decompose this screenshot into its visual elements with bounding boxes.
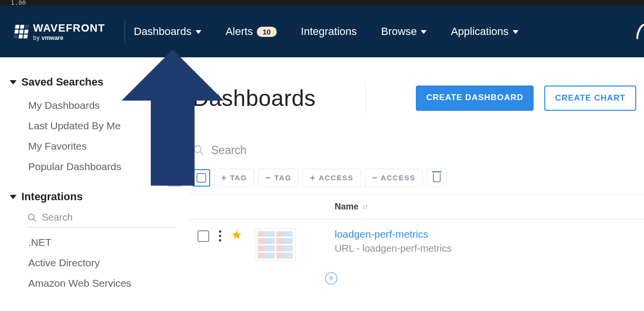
nav-applications-label: Applications: [451, 25, 509, 38]
row-actions-menu-icon[interactable]: [219, 230, 221, 242]
top-nav: WAVEFRONT by vmware Dashboards Alerts 10…: [0, 6, 644, 57]
sidebar-integrations-search[interactable]: Search: [27, 210, 176, 227]
sort-icon: ↓↑: [362, 203, 367, 210]
sidebar-saved-searches-header[interactable]: Saved Searches: [10, 76, 176, 88]
remove-access-button[interactable]: −ACCESS: [365, 169, 423, 187]
nav-alerts[interactable]: Alerts 10: [226, 25, 277, 38]
row-name-cell: loadgen-perf-metrics URL - loadgen-perf-…: [335, 228, 451, 254]
sidebar-item-my-favorites[interactable]: My Favorites: [28, 136, 176, 156]
sidebar-item-dotnet[interactable]: .NET: [28, 232, 176, 253]
sidebar-integrations-title: Integrations: [21, 190, 83, 203]
sidebar-item-last-updated-by-me[interactable]: Last Updated By Me: [28, 116, 176, 136]
dashboards-search-placeholder: Search: [211, 144, 247, 157]
row-checkbox[interactable]: [197, 230, 209, 242]
dashboards-search[interactable]: Search: [189, 140, 644, 169]
chevron-down-icon: [10, 80, 17, 85]
delete-button[interactable]: [427, 169, 447, 187]
add-item-button[interactable]: +: [325, 272, 338, 285]
brand-sub-bold: vmware: [42, 35, 64, 41]
remove-access-label: ACCESS: [381, 173, 416, 182]
dashboards-table: Name ↓↑ ★ loadgen-perf-metrics URL - loa…: [189, 194, 644, 285]
plus-icon: +: [310, 173, 316, 182]
minus-icon: −: [266, 173, 271, 182]
sidebar-integrations-list: .NET Active Directory Amazon Web Service…: [10, 232, 176, 294]
nav-browse[interactable]: Browse: [381, 25, 427, 38]
nav-applications[interactable]: Applications: [451, 25, 519, 38]
page-head-divider: [366, 83, 366, 114]
add-access-button[interactable]: +ACCESS: [303, 169, 361, 187]
brand-sub: by vmware: [33, 35, 105, 41]
browser-chrome-strip: 1.00: [0, 0, 644, 6]
nav-alerts-label: Alerts: [226, 25, 253, 38]
brand-main: WAVEFRONT: [33, 23, 105, 34]
search-icon: [27, 213, 37, 223]
content: Dashboards CREATE DASHBOARD CREATE CHART…: [189, 57, 644, 311]
add-tag-button[interactable]: +TAG: [214, 169, 254, 187]
sidebar-item-active-directory[interactable]: Active Directory: [28, 253, 176, 273]
chrome-time: 1.00: [11, 0, 26, 6]
nav-dashboards-label: Dashboards: [134, 25, 192, 38]
column-header-name-label: Name: [335, 202, 358, 212]
svg-line-3: [200, 152, 203, 155]
page-head: Dashboards CREATE DASHBOARD CREATE CHART: [189, 70, 644, 140]
column-header-name[interactable]: Name ↓↑: [335, 202, 367, 212]
table-row: ★ loadgen-perf-metrics URL - loadgen-per…: [189, 220, 644, 265]
create-dashboard-button[interactable]: CREATE DASHBOARD: [416, 86, 534, 111]
add-tag-label: TAG: [230, 173, 247, 182]
nav-integrations-label: Integrations: [301, 25, 357, 38]
page-actions: CREATE DASHBOARD CREATE CHART: [416, 86, 636, 111]
chevron-down-icon: [196, 30, 201, 34]
create-chart-button[interactable]: CREATE CHART: [544, 86, 636, 111]
nav-items: Dashboards Alerts 10 Integrations Browse…: [134, 25, 519, 38]
svg-point-0: [29, 214, 35, 220]
sidebar-saved-searches-title: Saved Searches: [21, 76, 104, 88]
chevron-down-icon: [513, 30, 519, 34]
sidebar: Saved Searches My Dashboards Last Update…: [0, 57, 189, 311]
nav-integrations[interactable]: Integrations: [301, 25, 357, 38]
brand[interactable]: WAVEFRONT by vmware: [15, 23, 122, 41]
trash-icon: [433, 173, 441, 182]
sidebar-integrations-header[interactable]: Integrations: [10, 190, 176, 203]
brand-sub-prefix: by: [33, 35, 42, 41]
table-header: Name ↓↑: [189, 194, 644, 220]
bulk-action-toolbar: +TAG −TAG +ACCESS −ACCESS: [189, 169, 644, 194]
alerts-count-badge: 10: [257, 27, 277, 37]
sidebar-item-popular-dashboards[interactable]: Popular Dashboards: [28, 156, 176, 177]
select-all-checkbox[interactable]: [193, 169, 210, 187]
favorite-star-icon[interactable]: ★: [231, 227, 242, 242]
row-leading-controls: ★: [189, 228, 335, 261]
add-access-label: ACCESS: [319, 173, 354, 182]
chevron-down-icon: [421, 30, 427, 34]
checkbox-icon: [197, 173, 206, 183]
chevron-down-icon: [10, 195, 17, 199]
main-area: Saved Searches My Dashboards Last Update…: [0, 57, 644, 311]
svg-point-2: [194, 146, 201, 153]
dashboard-title-link[interactable]: loadgen-perf-metrics: [335, 228, 451, 240]
plus-icon: +: [221, 173, 227, 182]
sidebar-item-my-dashboards[interactable]: My Dashboards: [28, 95, 176, 116]
nav-right-cutoff-icon: [634, 22, 644, 44]
remove-tag-label: TAG: [274, 173, 291, 182]
svg-line-1: [34, 219, 36, 221]
sidebar-item-aws[interactable]: Amazon Web Services: [28, 273, 176, 294]
page-title: Dashboards: [193, 85, 316, 111]
remove-tag-button[interactable]: −TAG: [258, 169, 299, 187]
dashboard-thumbnail: [255, 228, 296, 261]
wavefront-logo-icon: [14, 25, 29, 38]
search-icon: [193, 144, 204, 156]
minus-icon: −: [372, 173, 378, 182]
brand-text: WAVEFRONT by vmware: [33, 23, 105, 41]
nav-separator: [125, 20, 125, 43]
nav-browse-label: Browse: [381, 25, 417, 38]
sidebar-integrations-search-placeholder: Search: [42, 212, 72, 223]
dashboard-subtitle: URL - loadgen-perf-metrics: [335, 243, 451, 254]
nav-dashboards[interactable]: Dashboards: [134, 25, 201, 38]
sidebar-saved-searches-list: My Dashboards Last Updated By Me My Favo…: [10, 95, 176, 177]
